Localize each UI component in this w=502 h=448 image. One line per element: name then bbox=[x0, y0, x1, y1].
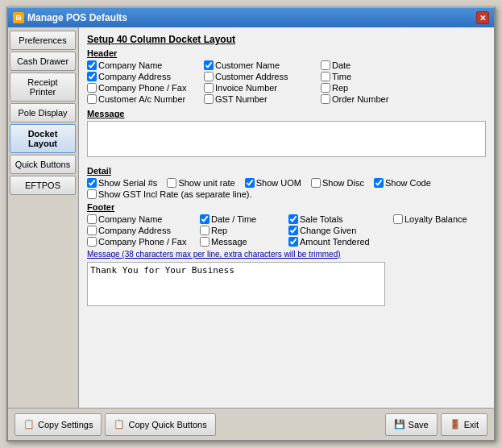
show-uom-checkbox[interactable] bbox=[245, 178, 255, 188]
footer-company-address-checkbox[interactable] bbox=[87, 226, 97, 235]
sidebar-item-quick-buttons[interactable]: Quick Buttons bbox=[10, 155, 76, 174]
check-show-uom: Show UOM bbox=[245, 178, 301, 188]
exit-icon: 🚪 bbox=[450, 419, 461, 430]
sidebar: Preferences Cash Drawer Receipt Printer … bbox=[8, 27, 79, 408]
message-label: Message bbox=[87, 109, 486, 118]
footer-message-checkbox[interactable] bbox=[200, 237, 210, 247]
company-address-checkbox[interactable] bbox=[87, 72, 97, 81]
app-icon: ⊞ bbox=[13, 12, 24, 23]
sidebar-item-receipt-printer[interactable]: Receipt Printer bbox=[10, 73, 76, 102]
check-rep: Rep bbox=[321, 83, 434, 93]
footer-date-time-checkbox[interactable] bbox=[200, 214, 210, 224]
sidebar-item-cash-drawer[interactable]: Cash Drawer bbox=[10, 52, 76, 71]
section-title: Setup 40 Column Docket Layout bbox=[87, 34, 486, 45]
check-show-disc: Show Disc bbox=[311, 178, 364, 188]
footer-amount-tendered-checkbox[interactable] bbox=[288, 237, 298, 247]
show-disc-checkbox[interactable] bbox=[311, 178, 321, 188]
show-gst-label: Show GST Incl Rate (as separate line). bbox=[98, 189, 252, 199]
check-company-address: Company Address bbox=[87, 72, 204, 81]
footer-check-company-address: Company Address bbox=[87, 226, 200, 235]
window-body: Preferences Cash Drawer Receipt Printer … bbox=[8, 27, 494, 408]
gst-number-checkbox[interactable] bbox=[204, 94, 214, 104]
footer-company-name-checkbox[interactable] bbox=[87, 214, 97, 224]
copy-settings-button[interactable]: 📋 Copy Settings bbox=[15, 413, 102, 436]
message-textarea[interactable] bbox=[87, 121, 486, 157]
check-date: Date bbox=[321, 60, 434, 70]
footer-loyalty-checkbox[interactable] bbox=[393, 214, 403, 224]
footer-check-sale-totals: Sale Totals bbox=[288, 214, 401, 224]
bottom-bar: 📋 Copy Settings 📋 Copy Quick Buttons 💾 S… bbox=[8, 408, 494, 440]
footer-company-phone-checkbox[interactable] bbox=[87, 237, 97, 247]
footer-message-textarea[interactable]: Thank You for Your Business bbox=[87, 262, 385, 306]
footer-check-company-name: Company Name bbox=[87, 214, 200, 224]
check-show-code: Show Code bbox=[374, 178, 431, 188]
check-show-unit-rate: Show unit rate bbox=[167, 178, 234, 188]
sidebar-item-eftpos[interactable]: EFTPOS bbox=[10, 176, 76, 195]
detail-label: Detail bbox=[87, 166, 486, 176]
footer-check-company-phone: Company Phone / Fax bbox=[87, 237, 200, 247]
time-checkbox[interactable] bbox=[321, 72, 330, 81]
footer-check-amount-tendered: Amount Tendered bbox=[288, 237, 401, 247]
company-name-checkbox[interactable] bbox=[87, 60, 97, 70]
company-phone-checkbox[interactable] bbox=[87, 83, 97, 93]
show-gst-incl-checkbox[interactable] bbox=[87, 189, 97, 199]
check-gst-number: GST Number bbox=[204, 94, 321, 104]
check-customer-ac: Customer A/c Number bbox=[87, 94, 204, 104]
sidebar-item-docket-layout[interactable]: Docket Layout bbox=[10, 124, 76, 153]
customer-address-checkbox[interactable] bbox=[204, 72, 214, 81]
check-time: Time bbox=[321, 72, 434, 81]
header-label: Header bbox=[87, 48, 486, 58]
footer-rep-checkbox[interactable] bbox=[200, 226, 210, 235]
footer-check-change-given: Change Given bbox=[288, 226, 401, 235]
show-unit-rate-checkbox[interactable] bbox=[167, 178, 176, 188]
date-checkbox[interactable] bbox=[321, 60, 330, 70]
customer-ac-checkbox[interactable] bbox=[87, 94, 97, 104]
close-button[interactable]: ✕ bbox=[476, 11, 489, 24]
check-customer-address: Customer Address bbox=[204, 72, 321, 81]
check-company-phone: Company Phone / Fax bbox=[87, 83, 204, 93]
check-order-number: Order Number bbox=[321, 94, 434, 104]
invoice-number-checkbox[interactable] bbox=[204, 83, 214, 93]
footer-change-given-checkbox[interactable] bbox=[288, 226, 298, 235]
check-customer-name: Customer Name bbox=[204, 60, 321, 70]
main-window: ⊞ Manage POS Defaults ✕ Preferences Cash… bbox=[6, 6, 496, 442]
main-content: Setup 40 Column Docket Layout Header Com… bbox=[79, 27, 494, 408]
title-bar: ⊞ Manage POS Defaults ✕ bbox=[8, 8, 494, 27]
check-invoice-number: Invoice Number bbox=[204, 83, 321, 93]
exit-button[interactable]: 🚪 Exit bbox=[441, 413, 487, 436]
customer-name-checkbox[interactable] bbox=[204, 60, 214, 70]
show-serial-checkbox[interactable] bbox=[87, 178, 97, 188]
copy-settings-icon: 📋 bbox=[23, 419, 35, 430]
window-title: Manage POS Defaults bbox=[27, 12, 127, 23]
order-number-checkbox[interactable] bbox=[321, 94, 330, 104]
check-show-serial: Show Serial #s bbox=[87, 178, 157, 188]
check-company-name: Company Name bbox=[87, 60, 204, 70]
rep-checkbox[interactable] bbox=[321, 83, 330, 93]
footer-sale-totals-checkbox[interactable] bbox=[288, 214, 298, 224]
sidebar-item-preferences[interactable]: Preferences bbox=[10, 31, 76, 50]
save-icon: 💾 bbox=[394, 419, 405, 430]
copy-quick-buttons-icon: 📋 bbox=[114, 419, 125, 430]
footer-note: Message (38 characters max per line, ext… bbox=[87, 250, 486, 259]
save-button[interactable]: 💾 Save bbox=[385, 413, 438, 436]
footer-label: Footer bbox=[87, 202, 486, 212]
show-code-checkbox[interactable] bbox=[374, 178, 384, 188]
copy-quick-buttons-button[interactable]: 📋 Copy Quick Buttons bbox=[105, 413, 215, 436]
sidebar-item-pole-display[interactable]: Pole Display bbox=[10, 103, 76, 122]
footer-check-loyalty: Loyalty Balance bbox=[393, 214, 494, 224]
